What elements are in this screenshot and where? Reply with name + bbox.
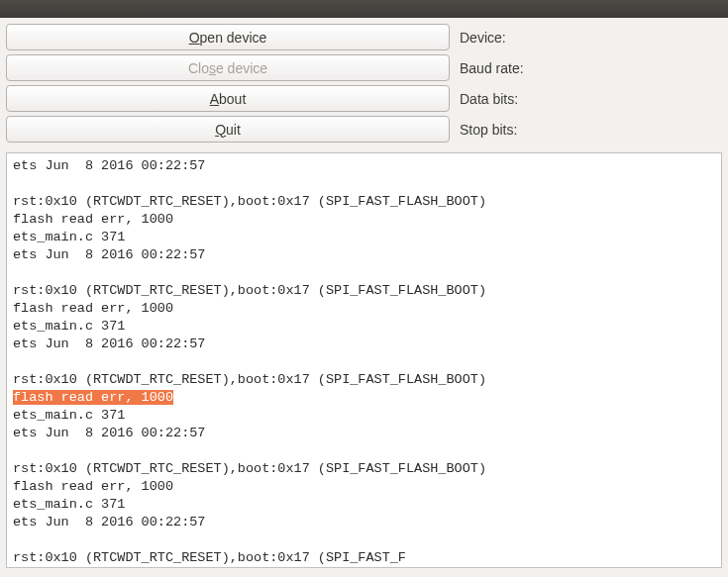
baud-rate-label: Baud rate: (460, 60, 524, 76)
terminal-line: ets_main.c 371 (13, 319, 134, 334)
terminal-line: rst:0x10 (RTCWDT_RTC_RESET),boot:0x17 (S… (13, 550, 406, 565)
terminal-line: ets_main.c 371 (13, 408, 134, 423)
terminal-line: flash read err, 1000 (13, 301, 173, 316)
control-row-close: Close device Baud rate: (6, 54, 722, 81)
data-bits-label: Data bits: (460, 91, 518, 107)
control-row-about: About Data bits: (6, 85, 722, 112)
terminal-line: rst:0x10 (RTCWDT_RTC_RESET),boot:0x17 (S… (13, 372, 486, 387)
serial-terminal[interactable]: ets Jun 8 2016 00:22:57 rst:0x10 (RTCWDT… (6, 152, 722, 568)
terminal-line: ets Jun 8 2016 00:22:57 (13, 426, 205, 440)
open-device-button[interactable]: Open device (6, 24, 450, 50)
stop-bits-label: Stop bits: (460, 122, 517, 138)
window-content: Open device Device: Close device Baud ra… (0, 18, 728, 574)
terminal-line: ets Jun 8 2016 00:22:57 (13, 337, 205, 351)
terminal-line: ets_main.c 371 (13, 497, 134, 512)
terminal-line: ets_main.c 371 (13, 230, 134, 244)
close-device-button[interactable]: Close device (6, 54, 450, 81)
terminal-line: ets Jun 8 2016 00:22:57 (13, 158, 205, 173)
window-titlebar (0, 0, 728, 18)
terminal-line: ets Jun 8 2016 00:22:57 (13, 247, 205, 262)
terminal-line-highlighted: flash read err, 1000 (13, 390, 173, 405)
control-row-quit: Quit Stop bits: (6, 116, 722, 143)
terminal-line: flash read err, 1000 (13, 212, 173, 227)
about-button[interactable]: About (6, 85, 450, 112)
terminal-line: rst:0x10 (RTCWDT_RTC_RESET),boot:0x17 (S… (13, 283, 486, 298)
device-label: Device: (460, 30, 506, 46)
terminal-line: flash read err, 1000 (13, 479, 173, 494)
terminal-line: rst:0x10 (RTCWDT_RTC_RESET),boot:0x17 (S… (13, 194, 486, 209)
terminal-line: ets Jun 8 2016 00:22:57 (13, 515, 205, 529)
terminal-line: rst:0x10 (RTCWDT_RTC_RESET),boot:0x17 (S… (13, 461, 486, 476)
quit-button[interactable]: Quit (6, 116, 450, 143)
controls-panel: Open device Device: Close device Baud ra… (6, 24, 722, 143)
control-row-open: Open device Device: (6, 24, 722, 50)
